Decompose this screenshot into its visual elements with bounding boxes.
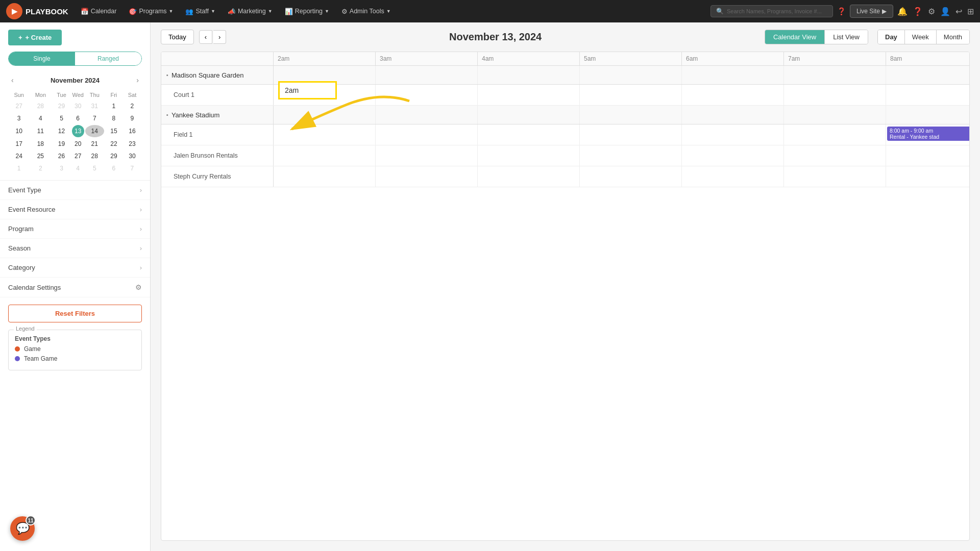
topnav-icon-group: 🔔 ❓ ⚙ 👤 ↩ ⊞ (897, 7, 974, 16)
nav-marketing[interactable]: 📣 Marketing ▼ (223, 5, 278, 18)
calendar-day[interactable]: 10 (9, 125, 29, 137)
resource-name-cell: Field 1 (161, 124, 274, 145)
time-slot-header: 2am (274, 52, 376, 65)
reporting-caret: ▼ (325, 9, 329, 14)
venue-expand-icon[interactable]: ▪ (166, 72, 168, 78)
prev-button[interactable]: ‹ (199, 30, 212, 44)
calendar-day[interactable]: 3 (9, 113, 29, 124)
filter-program[interactable]: Program › (0, 219, 150, 239)
day-of-week-header: Wed (72, 90, 84, 99)
calendar-day[interactable]: 2 (30, 163, 51, 174)
calendar-day[interactable]: 1 (105, 101, 122, 112)
settings-gear-icon[interactable]: ⚙ (135, 283, 142, 291)
day-of-week-header: Thu (85, 90, 104, 99)
calendar-day[interactable]: 21 (85, 138, 104, 149)
admin-icon: ⚙ (341, 8, 348, 15)
nav-reporting[interactable]: 📊 Reporting ▼ (280, 5, 334, 18)
create-button[interactable]: + + Create (8, 30, 62, 45)
resource-time-cell (682, 166, 784, 187)
ranged-view-button[interactable]: Ranged (75, 52, 141, 65)
reset-filters-button[interactable]: Reset Filters (8, 305, 142, 322)
filter-category[interactable]: Category › (0, 258, 150, 278)
grid-icon[interactable]: ⊞ (967, 7, 974, 16)
calendar-day[interactable]: 9 (124, 113, 141, 124)
calendar-day[interactable]: 13 (72, 125, 84, 137)
nav-programs[interactable]: 🎯 Programs ▼ (124, 5, 178, 18)
calendar-day[interactable]: 29 (105, 151, 122, 162)
calendar-day[interactable]: 6 (105, 163, 122, 174)
calendar-day[interactable]: 14 (85, 125, 104, 137)
chat-bubble[interactable]: 💬 11 (10, 516, 35, 541)
venue-time-cell (376, 66, 478, 84)
search-box[interactable]: 🔍 Search Names, Programs, Invoice #... (710, 5, 833, 17)
calendar-day[interactable]: 5 (85, 163, 104, 174)
today-button[interactable]: Today (161, 30, 194, 44)
time-slot-header: 8am (886, 52, 969, 65)
signout-icon[interactable]: ↩ (955, 7, 962, 16)
calendar-day[interactable]: 29 (52, 101, 70, 112)
venue-expand-icon[interactable]: ▪ (166, 112, 168, 118)
calendar-day[interactable]: 25 (30, 151, 51, 162)
calendar-day[interactable]: 6 (72, 113, 84, 124)
calendar-day[interactable]: 30 (72, 101, 84, 112)
filter-event-type[interactable]: Event Type › (0, 181, 150, 200)
calendar-day[interactable]: 2 (124, 101, 141, 112)
calendar-day[interactable]: 5 (52, 113, 70, 124)
live-site-button[interactable]: Live Site ▶ (850, 5, 893, 18)
time-input-highlight[interactable]: 2am (278, 81, 337, 99)
month-button[interactable]: Month (937, 30, 969, 44)
venue-name-cell: ▪Madison Square Garden (161, 66, 274, 84)
calendar-day[interactable]: 28 (85, 151, 104, 162)
nav-calendar[interactable]: 📅 Calendar (76, 5, 122, 18)
chevron-right-icon: › (140, 244, 142, 252)
calendar-day[interactable]: 24 (9, 151, 29, 162)
single-view-button[interactable]: Single (9, 52, 75, 65)
next-button[interactable]: › (213, 30, 226, 44)
calendar-day[interactable]: 27 (72, 151, 84, 162)
event-block[interactable]: 8:00 am - 9:00 amRental - Yankee stad (887, 127, 969, 141)
calendar-day[interactable]: 1 (9, 163, 29, 174)
mini-cal-grid: SunMonTueWedThuFriSat 272829303112345678… (8, 89, 142, 175)
list-view-button[interactable]: List View (825, 30, 868, 44)
day-of-week-header: Mon (30, 90, 51, 99)
calendar-day[interactable]: 30 (124, 151, 141, 162)
sidebar-collapse-button[interactable]: ‹ (150, 277, 151, 297)
calendar-day[interactable]: 27 (9, 101, 29, 112)
calendar-day[interactable]: 23 (124, 138, 141, 149)
calendar-day[interactable]: 18 (30, 138, 51, 149)
mini-cal-prev[interactable]: ‹ (8, 75, 17, 85)
calendar-nav: ‹ › (199, 30, 227, 44)
calendar-day[interactable]: 4 (72, 163, 84, 174)
bell-icon[interactable]: 🔔 (897, 7, 908, 16)
filter-event-resource[interactable]: Event Resource › (0, 200, 150, 219)
resource-time-cell (886, 85, 969, 105)
mini-cal-next[interactable]: › (133, 75, 142, 85)
calendar-day[interactable]: 11 (30, 125, 51, 137)
calendar-day[interactable]: 28 (30, 101, 51, 112)
calendar-view-button[interactable]: Calendar View (765, 30, 825, 44)
calendar-day[interactable]: 17 (9, 138, 29, 149)
calendar-day[interactable]: 12 (52, 125, 70, 137)
filter-season[interactable]: Season › (0, 239, 150, 258)
calendar-day[interactable]: 7 (124, 163, 141, 174)
calendar-day[interactable]: 16 (124, 125, 141, 137)
calendar-day[interactable]: 31 (85, 101, 104, 112)
calendar-day[interactable]: 15 (105, 125, 122, 137)
calendar-day[interactable]: 20 (72, 138, 84, 149)
calendar-day[interactable]: 19 (52, 138, 70, 149)
calendar-day[interactable]: 7 (85, 113, 104, 124)
gear-icon[interactable]: ⚙ (928, 7, 935, 16)
chevron-right-icon: › (140, 186, 142, 194)
nav-staff[interactable]: 👥 Staff ▼ (180, 5, 220, 18)
nav-admin-tools[interactable]: ⚙ Admin Tools ▼ (336, 5, 396, 18)
calendar-day[interactable]: 4 (30, 113, 51, 124)
calendar-day[interactable]: 26 (52, 151, 70, 162)
calendar-day[interactable]: 3 (52, 163, 70, 174)
day-button[interactable]: Day (878, 30, 905, 44)
question-icon[interactable]: ❓ (913, 7, 923, 16)
calendar-day[interactable]: 8 (105, 113, 122, 124)
user-icon[interactable]: 👤 (940, 7, 950, 16)
week-button[interactable]: Week (905, 30, 937, 44)
calendar-day[interactable]: 22 (105, 138, 122, 149)
venue-time-cell (886, 106, 969, 124)
